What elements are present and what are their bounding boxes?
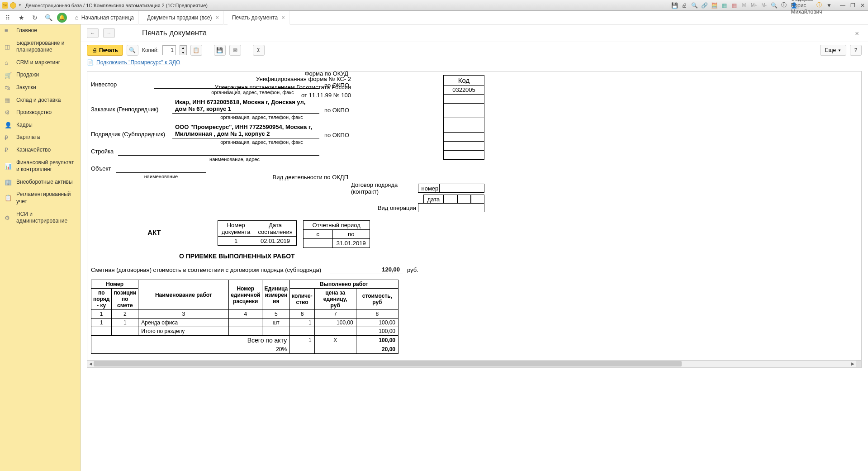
info-icon[interactable]: ⓘ	[780, 2, 787, 9]
app-icon-1c: 1c	[2, 2, 8, 9]
construction-label: Стройка	[91, 148, 118, 156]
apps-icon[interactable]: ⠿	[3, 13, 13, 23]
investor-value	[154, 81, 319, 89]
sum-button[interactable]: Σ	[253, 45, 265, 56]
forward-button[interactable]: →	[103, 28, 115, 38]
sidebar-item-4[interactable]: 🛍Закупки	[0, 81, 80, 94]
disk-save-button[interactable]: 💾	[214, 45, 226, 56]
more-label: Еще	[825, 47, 836, 53]
app-dropdown[interactable]: ▼	[18, 3, 22, 7]
document-scroll[interactable]: Унифицированная форма № КС- 2 Утверждена…	[87, 71, 862, 361]
copies-spinner[interactable]: ▲ ▼	[180, 45, 187, 55]
sidebar-item-2[interactable]: ⌂CRM и маркетинг	[0, 57, 80, 69]
window-title: Демонстрационная база / 1С:Комплексная а…	[25, 3, 671, 8]
sidebar-item-9[interactable]: ₽Казначейство	[0, 144, 80, 157]
sidebar-item-13[interactable]: ⚙НСИ и администрирование	[0, 208, 80, 228]
template-button[interactable]: 📋	[190, 45, 202, 56]
estimate-row: Сметная (договорная) стоимость в соответ…	[91, 266, 484, 273]
close-button[interactable]: ✕	[859, 2, 866, 9]
minimize-button[interactable]: —	[839, 2, 846, 9]
titlebar-actions: 💾 🖨 🔍 🔗 🧮 ▦ ▦ M M+ M- 🔍 ⓘ 👤 Федоров Бори…	[671, 2, 866, 9]
sidebar-item-5[interactable]: ▦Склад и доставка	[0, 94, 80, 107]
horizontal-scrollbar[interactable]: ◀ ▶	[87, 361, 862, 368]
sidebar-item-0[interactable]: ≡Главное	[0, 24, 80, 37]
act-subtitle: О ПРИЕМКЕ ВЫПОЛНЕННЫХ РАБОТ	[179, 252, 484, 260]
tab-documents[interactable]: Документы продажи (все) ×	[142, 11, 224, 24]
col-num: 2	[112, 310, 138, 319]
history-icon[interactable]: ↻	[30, 13, 40, 23]
sidebar-item-label: Зарплата	[16, 134, 76, 141]
sidebar-item-6[interactable]: ⚙Производство	[0, 106, 80, 119]
spinner-down-icon[interactable]: ▼	[180, 50, 186, 55]
calc-icon[interactable]: 🧮	[711, 2, 718, 9]
copies-input[interactable]	[162, 45, 176, 55]
okud-label: Форма по ОКУД	[91, 71, 351, 77]
construction-code	[444, 133, 484, 142]
warning-icon[interactable]: ⓘ	[816, 2, 823, 9]
doc-date-header: Датасоставления	[254, 221, 296, 237]
scroll-right-icon[interactable]: ▶	[849, 361, 856, 367]
okud-code: 0322005	[444, 86, 484, 95]
sidebar-item-11[interactable]: 🏢Внеоборотные активы	[0, 176, 80, 189]
tab-home[interactable]: ⌂ Начальная страница	[71, 11, 139, 24]
user-dropdown[interactable]: ▼	[825, 2, 833, 9]
sidebar-item-3[interactable]: 🛒Продажи	[0, 69, 80, 81]
print-icon[interactable]: 🖨	[681, 2, 688, 9]
spinner-up-icon[interactable]: ▲	[180, 46, 186, 50]
link-icon[interactable]: 🔗	[701, 2, 708, 9]
save-icon[interactable]: 💾	[671, 2, 678, 9]
doc-num-header: Номердокумента	[218, 221, 254, 237]
contract-num-value	[439, 184, 484, 193]
sidebar-item-1[interactable]: ◫Бюджетирование и планирование	[0, 37, 80, 57]
print-button[interactable]: 🖨 Печать	[87, 45, 123, 56]
sidebar-item-7[interactable]: 👤Кадры	[0, 119, 80, 132]
total-value: 100,00	[356, 336, 398, 345]
zoom-icon[interactable]: 🔍	[770, 2, 778, 9]
cell-pos: 1	[112, 319, 138, 327]
codes-table: Код 0322005	[443, 75, 484, 160]
preview-button[interactable]: 🔍	[127, 45, 138, 56]
schedule-icon[interactable]: ▦	[730, 2, 738, 9]
total-qty: 1	[290, 336, 315, 345]
help-button[interactable]: ?	[850, 45, 862, 56]
notification-icon[interactable]: 🔔	[57, 13, 67, 23]
org-note: организация, адрес, телефон, факс	[172, 139, 351, 145]
titlebar: 1c ▼ Демонстрационная база / 1С:Комплекс…	[0, 0, 868, 11]
favorite-icon[interactable]: ★	[16, 13, 26, 23]
edo-link[interactable]: 📄 Подключить "Промресурс" к ЭДО	[87, 59, 862, 66]
total-x: X	[314, 336, 356, 345]
tab-close-icon[interactable]: ×	[215, 14, 219, 21]
page-close-button[interactable]: ×	[852, 29, 862, 37]
preview-icon[interactable]: 🔍	[691, 2, 698, 9]
m-plus-label[interactable]: M+	[750, 2, 758, 9]
col-num: 5	[262, 310, 290, 319]
scrollbar-thumb[interactable]	[94, 361, 682, 366]
org-note: организация, адрес, телефон, факс	[172, 114, 351, 120]
cell-unitnum	[229, 319, 262, 327]
m-label[interactable]: M	[740, 2, 748, 9]
scroll-left-icon[interactable]: ◀	[87, 361, 94, 367]
user-name[interactable]: Федоров Борис Михайлович	[803, 2, 810, 9]
operation-label: Вид операции	[378, 205, 416, 211]
search-icon[interactable]: 🔍	[43, 13, 53, 23]
tab-print[interactable]: Печать документа ×	[228, 11, 290, 24]
subtotal-row: Итого по разделу 100,00	[91, 327, 398, 336]
maximize-button[interactable]: ❐	[849, 2, 856, 9]
sidebar-item-10[interactable]: 📊Финансовый результат и контроллинг	[0, 157, 80, 176]
m-minus-label[interactable]: M-	[760, 2, 768, 9]
more-button[interactable]: Еще ▼	[820, 45, 846, 56]
sidebar-item-12[interactable]: 📋Регламентированный учет	[0, 188, 80, 208]
contract-label: Договор подряда (контракт)	[351, 181, 416, 195]
cell-name: Аренда офиса	[138, 319, 229, 327]
estimate-currency: руб.	[407, 266, 418, 273]
sidebar-item-8[interactable]: ₽Зарплата	[0, 131, 80, 144]
contractor-label: Подрядчик (Субподрядчик)	[91, 131, 172, 138]
mail-button[interactable]: ✉	[229, 45, 241, 56]
tab-close-icon[interactable]: ×	[281, 14, 285, 21]
investor-label: Инвестор	[91, 81, 154, 89]
tab-label: Печать документа	[232, 14, 278, 21]
col-num: 4	[229, 310, 262, 319]
back-button[interactable]: ←	[87, 28, 99, 38]
calendar-icon[interactable]: ▦	[721, 2, 728, 9]
contract-date-d	[444, 195, 457, 204]
